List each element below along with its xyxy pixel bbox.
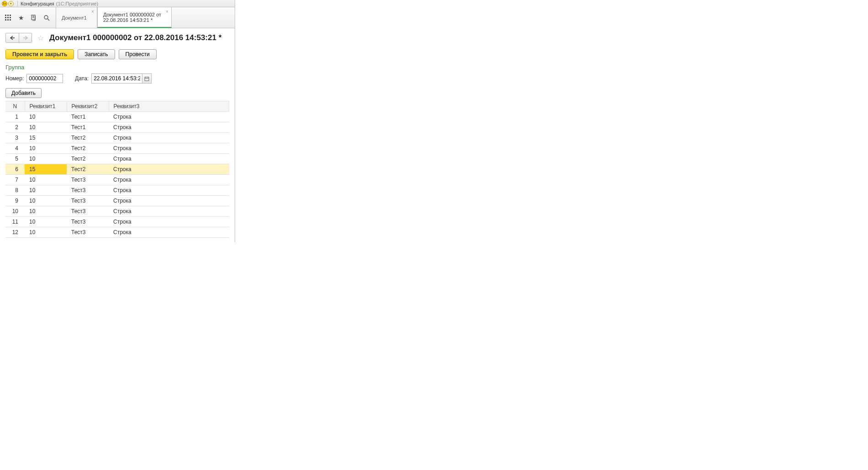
cell-r2[interactable]: Тест3: [67, 227, 109, 238]
cell-r3[interactable]: Строка: [109, 164, 229, 175]
cell-n[interactable]: 9: [5, 196, 25, 206]
cell-n[interactable]: 5: [5, 154, 25, 164]
cell-r3[interactable]: Строка: [109, 217, 229, 227]
number-label: Номер:: [5, 75, 24, 82]
cell-n[interactable]: 1: [5, 112, 25, 122]
window-titlebar: 1c ▾ Конфигурация (1С:Предприятие): [0, 0, 235, 7]
window-title: Конфигурация: [21, 1, 54, 6]
calendar-icon[interactable]: [142, 74, 151, 83]
cell-r3[interactable]: Строка: [109, 196, 229, 206]
cell-r3[interactable]: Строка: [109, 175, 229, 185]
cell-r3[interactable]: Строка: [109, 143, 229, 154]
table-row[interactable]: 410Тест2Строка: [5, 143, 229, 154]
date-input[interactable]: [92, 74, 142, 83]
table-row[interactable]: 910Тест3Строка: [5, 196, 229, 206]
col-r1[interactable]: Реквизит1: [25, 101, 67, 112]
cell-n[interactable]: 10: [5, 206, 25, 217]
nav-buttons: [5, 33, 32, 43]
cell-n[interactable]: 3: [5, 133, 25, 143]
svg-rect-4: [7, 17, 9, 18]
cell-n[interactable]: 11: [5, 217, 25, 227]
post-button[interactable]: Провести: [119, 49, 157, 59]
cell-r3[interactable]: Строка: [109, 112, 229, 122]
close-icon[interactable]: ×: [91, 9, 94, 14]
document-tabs: Документ1 × Документ1 000000002 от 22.08…: [56, 7, 172, 28]
table-row[interactable]: 315Тест2Строка: [5, 133, 229, 143]
app-window: 1c ▾ Конфигурация (1С:Предприятие) ★ Док…: [0, 0, 235, 242]
app-logo-icon: 1c: [2, 1, 7, 6]
table-row[interactable]: 1110Тест3Строка: [5, 217, 229, 227]
cell-r1[interactable]: 15: [25, 133, 67, 143]
cell-n[interactable]: 4: [5, 143, 25, 154]
cell-r1[interactable]: 10: [25, 196, 67, 206]
favorites-star-icon[interactable]: ★: [15, 7, 27, 28]
table-row[interactable]: 710Тест3Строка: [5, 175, 229, 185]
cell-r1[interactable]: 10: [25, 154, 67, 164]
cell-r2[interactable]: Тест1: [67, 112, 109, 122]
cell-r3[interactable]: Строка: [109, 133, 229, 143]
cell-r1[interactable]: 15: [25, 164, 67, 175]
cell-n[interactable]: 2: [5, 122, 25, 133]
col-r2[interactable]: Реквизит2: [67, 101, 109, 112]
page-title: Документ1 000000002 от 22.08.2016 14:53:…: [49, 33, 221, 42]
post-and-close-button[interactable]: Провести и закрыть: [5, 49, 74, 59]
cell-r3[interactable]: Строка: [109, 206, 229, 217]
cell-r1[interactable]: 10: [25, 112, 67, 122]
app-dropdown-icon[interactable]: ▾: [8, 1, 14, 6]
action-buttons: Провести и закрыть Записать Провести: [5, 49, 229, 59]
table-row[interactable]: 210Тест1Строка: [5, 122, 229, 133]
cell-r1[interactable]: 10: [25, 122, 67, 133]
cell-r1[interactable]: 10: [25, 185, 67, 196]
svg-rect-7: [7, 19, 9, 21]
add-row-button[interactable]: Добавить: [5, 88, 42, 98]
nav-back-button[interactable]: [6, 33, 19, 42]
cell-r2[interactable]: Тест3: [67, 196, 109, 206]
save-button[interactable]: Записать: [78, 49, 115, 59]
history-icon[interactable]: [27, 7, 40, 28]
cell-n[interactable]: 7: [5, 175, 25, 185]
cell-r3[interactable]: Строка: [109, 185, 229, 196]
tab-label: Документ1 000000002 от: [103, 12, 161, 17]
apps-grid-icon[interactable]: [2, 7, 15, 28]
tab-document1[interactable]: Документ1 ×: [56, 7, 97, 28]
cell-n[interactable]: 12: [5, 227, 25, 238]
col-n[interactable]: N: [5, 101, 25, 112]
cell-r1[interactable]: 10: [25, 206, 67, 217]
col-r3[interactable]: Реквизит3: [109, 101, 229, 112]
cell-r3[interactable]: Строка: [109, 227, 229, 238]
table-row[interactable]: 1210Тест3Строка: [5, 227, 229, 238]
cell-r2[interactable]: Тест2: [67, 133, 109, 143]
tab-sublabel: 22.08.2016 14:53:21 *: [103, 17, 161, 23]
table-row[interactable]: 510Тест2Строка: [5, 154, 229, 164]
cell-r2[interactable]: Тест2: [67, 154, 109, 164]
cell-r2[interactable]: Тест3: [67, 206, 109, 217]
favorite-star-icon[interactable]: ☆: [36, 33, 46, 43]
search-icon[interactable]: [40, 7, 53, 28]
cell-r1[interactable]: 10: [25, 175, 67, 185]
cell-r2[interactable]: Тест1: [67, 122, 109, 133]
cell-r1[interactable]: 10: [25, 143, 67, 154]
tab-document1-instance[interactable]: Документ1 000000002 от 22.08.2016 14:53:…: [97, 7, 172, 28]
table-row[interactable]: 615Тест2Строка: [5, 164, 229, 175]
number-input[interactable]: [26, 74, 63, 83]
cell-r2[interactable]: Тест3: [67, 185, 109, 196]
cell-r2[interactable]: Тест3: [67, 217, 109, 227]
cell-r2[interactable]: Тест3: [67, 175, 109, 185]
table-row[interactable]: 810Тест3Строка: [5, 185, 229, 196]
document-form: ☆ Документ1 000000002 от 22.08.2016 14:5…: [0, 28, 235, 242]
table-row[interactable]: 1010Тест3Строка: [5, 206, 229, 217]
table-row[interactable]: 110Тест1Строка: [5, 112, 229, 122]
cell-r2[interactable]: Тест2: [67, 143, 109, 154]
cell-r3[interactable]: Строка: [109, 122, 229, 133]
close-icon[interactable]: ×: [166, 9, 168, 14]
cell-r1[interactable]: 10: [25, 217, 67, 227]
cell-r1[interactable]: 10: [25, 227, 67, 238]
cell-r3[interactable]: Строка: [109, 154, 229, 164]
group-label: Группа: [5, 64, 229, 71]
cell-n[interactable]: 6: [5, 164, 25, 175]
data-grid[interactable]: N Реквизит1 Реквизит2 Реквизит3 110Тест1…: [5, 101, 229, 238]
nav-forward-button[interactable]: [19, 33, 32, 42]
svg-rect-5: [10, 17, 11, 18]
cell-n[interactable]: 8: [5, 185, 25, 196]
cell-r2[interactable]: Тест2: [67, 164, 109, 175]
